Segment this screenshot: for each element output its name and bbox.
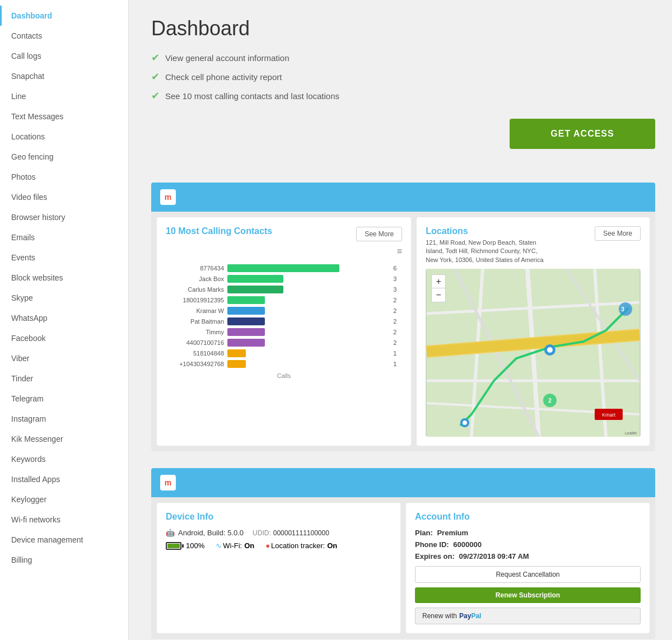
svg-point-13 [463,421,467,425]
locations-panel-title: Locations [426,226,549,236]
sidebar-item-keylogger[interactable]: Keylogger [0,489,128,510]
expires-label: Expires on: [415,552,455,560]
chart-bar-wrap [227,307,391,315]
map-zoom-controls: + − [431,274,446,302]
location-icon: ● [265,541,270,550]
battery-indicator: 100% [166,541,204,550]
chart-label: Pat Baitman [166,318,227,325]
sidebar-item-photos[interactable]: Photos [0,167,128,187]
wifi-value: On [244,541,254,550]
chart-row: 518104848 1 [166,349,402,357]
check-item: ✔View general account information [151,52,655,64]
chart-row: 44007100716 2 [166,339,402,347]
sidebar-item-snapchat[interactable]: Snapchat [0,66,128,86]
location-tracker-indicator: ● Location tracker: On [265,541,337,550]
plan-value: Premium [437,529,468,537]
chart-label: 8776434 [166,265,227,272]
sidebar-item-kik-messenger[interactable]: Kik Messenger [0,429,128,449]
chart-value: 2 [391,297,402,303]
sidebar-item-installed-apps[interactable]: Installed Apps [0,469,128,489]
sidebar-item-text-messages[interactable]: Text Messages [0,106,128,127]
account-panel: Account Info Plan: Premium Phone ID: 600… [406,503,650,633]
device-os: Android, Build: 5.0.0 [178,529,244,537]
map-zoom-out-button[interactable]: − [432,288,445,302]
sidebar-item-call-logs[interactable]: Call logs [0,46,128,66]
udid-value: 000001111100000 [273,529,329,537]
expires-row: Expires on: 09/27/2018 09:47 AM [415,552,641,560]
card-header-top: m [151,183,655,212]
chart-bar [227,317,265,325]
chart-label: 518104848 [166,350,227,357]
chart-value: 2 [391,329,402,335]
sidebar-item-emails[interactable]: Emails [0,227,128,247]
sidebar-item-telegram[interactable]: Telegram [0,389,128,409]
bottom-card: m Device Info 🤖 Android, Build: 5.0.0 UD… [151,468,655,639]
account-buttons: Request Cancellation Renew Subscription … [415,566,641,624]
sidebar-item-instagram[interactable]: Instagram [0,409,128,429]
sidebar-item-wi-fi-networks[interactable]: Wi-fi networks [0,510,128,530]
chart-value: 6 [391,265,402,272]
locations-see-more-button[interactable]: See More [595,226,641,241]
get-access-button[interactable]: GET ACCESS [510,119,655,149]
battery-value: 100% [186,541,204,550]
svg-text:2: 2 [548,398,552,404]
sidebar-item-video-files[interactable]: Video files [0,187,128,207]
paypal-button[interactable]: Renew with PayPal [415,608,641,624]
chart-value: 3 [391,286,402,293]
sidebar-item-line[interactable]: Line [0,86,128,106]
locations-address: 121, Mill Road, New Dorp Beach, Staten I… [426,239,549,264]
locations-panel: Locations 121, Mill Road, New Dorp Beach… [417,217,650,446]
map-zoom-in-button[interactable]: + [432,275,445,288]
sidebar-item-device-management[interactable]: Device management [0,530,128,550]
top-card: m 10 Most Calling Contacts See More ≡ 87… [151,183,655,451]
svg-text:3: 3 [621,306,624,312]
chart-label: Jack Box [166,275,227,282]
chart-bar [227,328,265,336]
chart-label: +104303492768 [166,361,227,367]
mspy-logo-bottom: m [160,475,176,490]
map-svg: 3 2 Kmart Leaflet [426,269,641,437]
chart-bar [227,286,283,293]
chart-x-label: Calls [166,372,402,379]
check-item: ✔See 10 most calling contacts and last l… [151,90,655,102]
wifi-indicator: ∿ Wi-Fi: On [216,541,254,550]
chart-label: Timmy [166,329,227,335]
chart-bar [227,360,246,368]
plan-label: Plan: [415,529,433,537]
sidebar-item-facebook[interactable]: Facebook [0,328,128,348]
sidebar-item-contacts[interactable]: Contacts [0,26,128,46]
chart-bar-wrap [227,275,391,283]
sidebar-item-events[interactable]: Events [0,247,128,268]
sidebar-item-skype[interactable]: Skype [0,288,128,308]
sidebar-item-keywords[interactable]: Keywords [0,449,128,469]
sidebar-item-whatsapp[interactable]: WhatsApp [0,308,128,328]
card-body-top: 10 Most Calling Contacts See More ≡ 8776… [151,212,655,451]
sidebar-item-tinder[interactable]: Tinder [0,368,128,389]
sidebar-item-browser-history[interactable]: Browser history [0,207,128,227]
chart-menu-icon[interactable]: ≡ [166,246,402,256]
contacts-see-more-button[interactable]: See More [356,227,402,241]
sidebar-item-billing[interactable]: Billing [0,550,128,570]
sidebar-item-dashboard[interactable]: Dashboard [0,6,128,26]
chart-bar [227,275,283,283]
chart-bar-wrap [227,264,391,272]
map-display: + − [426,269,641,437]
check-icon: ✔ [151,52,160,64]
sidebar-item-viber[interactable]: Viber [0,348,128,368]
location-label: Location tracker: [271,541,325,550]
chart-row: Timmy 2 [166,328,402,336]
chart-row: Kramar W 2 [166,307,402,315]
battery-icon [166,542,184,550]
device-panel-title: Device Info [166,512,391,522]
cancel-button[interactable]: Request Cancellation [415,566,641,583]
sidebar-item-locations[interactable]: Locations [0,127,128,147]
chart-value: 1 [391,350,402,357]
main-content: Dashboard ✔View general account informat… [129,0,672,640]
chart-bar-wrap [227,317,391,325]
sidebar-item-block-websites[interactable]: Block websites [0,268,128,288]
svg-text:Kmart: Kmart [602,412,616,418]
sidebar-item-geo-fencing[interactable]: Geo fencing [0,147,128,167]
renew-button[interactable]: Renew Subscription [415,587,641,603]
chart-bar-wrap [227,296,391,304]
svg-text:Leaflet: Leaflet [625,431,637,435]
